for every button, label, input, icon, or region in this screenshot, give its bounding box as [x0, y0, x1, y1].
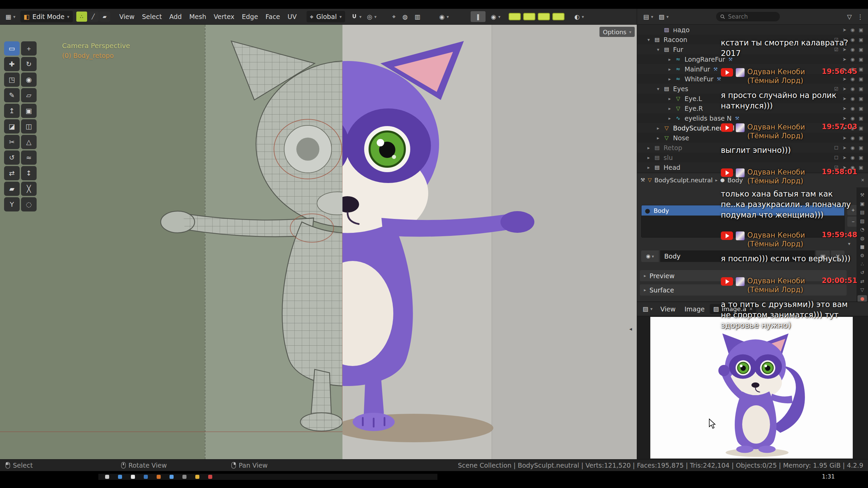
- tab-scene[interactable]: ◔: [857, 226, 867, 233]
- search-input[interactable]: [728, 13, 775, 20]
- expand-icon[interactable]: ▸: [666, 116, 674, 121]
- outliner-row[interactable]: ▨надо➤◉▣: [637, 25, 868, 35]
- options-dropdown[interactable]: Options ▾: [599, 27, 635, 37]
- expand-icon[interactable]: ▸: [666, 96, 674, 101]
- tab-world[interactable]: ◍: [857, 235, 867, 241]
- outliner-search[interactable]: [716, 12, 780, 21]
- tab-physics[interactable]: ↺: [857, 269, 867, 276]
- tool-cursor[interactable]: ＋: [21, 41, 37, 56]
- tool-rip-region[interactable]: ╳: [21, 182, 37, 196]
- sidebar-toggle-arrow[interactable]: ◂: [629, 326, 632, 332]
- menu-image-view[interactable]: View: [657, 303, 679, 315]
- proportional-editing-toggle[interactable]: ◎ ▾: [364, 11, 379, 22]
- expand-icon[interactable]: ▸: [666, 57, 674, 62]
- browse-material-button[interactable]: ◉ ▾: [641, 250, 659, 262]
- menu-select[interactable]: Select: [138, 11, 166, 22]
- tool-loop-cut[interactable]: ◫: [21, 119, 37, 134]
- viewport-shading-dropdown[interactable]: ◐ ▾: [572, 11, 587, 22]
- menu-vertex[interactable]: Vertex: [210, 11, 238, 22]
- face-select-mode-button[interactable]: ▰: [99, 12, 110, 22]
- taskbar-icon[interactable]: [157, 475, 161, 479]
- tool-transform[interactable]: ◉: [21, 73, 37, 87]
- render-toggle[interactable]: ▣: [859, 155, 863, 160]
- menu-mesh[interactable]: Mesh: [185, 11, 210, 22]
- shading-toggle-2[interactable]: [523, 13, 535, 20]
- tool-select-box[interactable]: ▭: [4, 41, 20, 56]
- taskbar-icon[interactable]: [208, 475, 212, 479]
- tool-poly-build[interactable]: △: [21, 135, 37, 149]
- tab-output[interactable]: ▤: [857, 209, 867, 216]
- expand-icon[interactable]: ▾: [654, 47, 662, 52]
- tab-particles[interactable]: ∴: [857, 261, 867, 267]
- taskbar-icon[interactable]: [182, 475, 186, 479]
- tool-slide-relax[interactable]: ◌: [21, 197, 37, 211]
- tool-inset-faces[interactable]: ▣: [21, 104, 37, 118]
- hide-toggle[interactable]: ◉: [851, 27, 855, 33]
- mode-dropdown[interactable]: ◧ Edit Mode ▾: [20, 11, 73, 22]
- render-toggle[interactable]: ▣: [859, 165, 863, 170]
- tab-modifiers[interactable]: ⚙: [857, 252, 867, 259]
- tab-tool[interactable]: ⚒: [857, 191, 867, 198]
- outliner-sync-dropdown[interactable]: ▨ ▾: [656, 11, 672, 22]
- menu-edge[interactable]: Edge: [238, 11, 262, 22]
- tool-scale[interactable]: ◳: [4, 73, 20, 87]
- expand-icon[interactable]: ▸: [666, 76, 674, 82]
- tool-rip-edge[interactable]: Y: [4, 197, 20, 211]
- render-toggle[interactable]: ▣: [859, 27, 863, 33]
- tool-smooth[interactable]: ≈: [21, 150, 37, 165]
- tab-object[interactable]: ■: [857, 243, 867, 250]
- tool-shear[interactable]: ▰: [4, 182, 20, 196]
- expand-icon[interactable]: ▸: [645, 165, 653, 170]
- view-object-types-dropdown[interactable]: ◉ ▾: [436, 11, 451, 22]
- selectable-toggle[interactable]: ➤: [843, 27, 847, 33]
- vertex-select-mode-button[interactable]: ∴: [76, 12, 87, 22]
- editor-type-dropdown[interactable]: ▦ ▾: [3, 11, 18, 22]
- render-toggle[interactable]: ▣: [859, 135, 863, 141]
- pause-button[interactable]: ‖: [471, 11, 486, 22]
- tab-constraints[interactable]: ⇄: [857, 278, 867, 285]
- tool-annotate[interactable]: ✎: [4, 88, 20, 102]
- expand-icon[interactable]: ▸: [645, 145, 653, 150]
- breadcrumb-object[interactable]: BodySculpt.neutral: [654, 177, 713, 184]
- render-toggle[interactable]: ▣: [859, 145, 863, 150]
- taskbar-icon[interactable]: [131, 475, 135, 479]
- menu-view[interactable]: View: [116, 11, 138, 22]
- tool-move[interactable]: ✚: [4, 57, 20, 71]
- expand-icon[interactable]: ▸: [654, 135, 662, 141]
- viewport-3d[interactable]: ▭ ＋ ✚ ↻ ◳ ◉ ✎ ▱ ↥ ▣ ◪ ◫ ✂ △ ↺ ≈ ⇄ ↕ ▰ ╳ …: [0, 25, 637, 459]
- render-toggle[interactable]: ▣: [859, 57, 863, 62]
- visibility-dropdown[interactable]: ◉ ▾: [488, 11, 503, 22]
- render-toggle[interactable]: ▣: [859, 125, 863, 131]
- outliner-display-mode-dropdown[interactable]: ▤ ▾: [640, 11, 656, 22]
- menu-image-image[interactable]: Image: [681, 303, 709, 315]
- render-toggle[interactable]: ▣: [859, 66, 863, 72]
- shading-toggle-1[interactable]: [509, 13, 521, 20]
- tool-knife[interactable]: ✂: [4, 135, 20, 149]
- expand-icon[interactable]: ▾: [645, 37, 653, 42]
- render-toggle[interactable]: ▣: [859, 86, 863, 92]
- outliner-options-button[interactable]: ⋮: [854, 11, 866, 22]
- render-toggle[interactable]: ▣: [859, 37, 863, 42]
- tool-bevel[interactable]: ◪: [4, 119, 20, 134]
- filter-button[interactable]: ▽: [844, 11, 854, 22]
- tool-shrink-fatten[interactable]: ↕: [21, 166, 37, 180]
- tab-view-layer[interactable]: ▨: [857, 217, 867, 224]
- tool-extrude-region[interactable]: ↥: [4, 104, 20, 118]
- menu-add[interactable]: Add: [165, 11, 185, 22]
- taskbar-icon[interactable]: [144, 475, 148, 479]
- expand-icon[interactable]: ▸: [654, 125, 662, 131]
- tool-measure[interactable]: ▱: [21, 88, 37, 102]
- taskbar-icon[interactable]: [105, 475, 109, 479]
- xray-toggle[interactable]: ▥: [412, 11, 423, 22]
- tool-edge-slide[interactable]: ⇄: [4, 166, 20, 180]
- expand-icon[interactable]: ▸: [645, 155, 653, 160]
- transform-orientation-dropdown[interactable]: ⌖ Global ▾: [307, 11, 345, 22]
- tool-spin[interactable]: ↺: [4, 150, 20, 165]
- taskbar-icon[interactable]: [118, 475, 122, 479]
- taskbar-icon[interactable]: [170, 475, 174, 479]
- image-editor-type-dropdown[interactable]: ▨ ▾: [640, 303, 655, 315]
- shading-toggle-4[interactable]: [552, 13, 565, 20]
- shading-toggle-3[interactable]: [538, 13, 550, 20]
- overlays-toggle[interactable]: ◍: [400, 11, 411, 22]
- menu-face[interactable]: Face: [262, 11, 284, 22]
